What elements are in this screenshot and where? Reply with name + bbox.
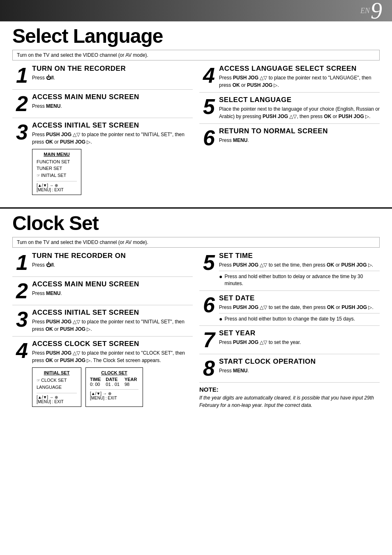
step-sl-4: 4 ACCESS LANGUAGE SELECT SCREEN Press PU… (199, 65, 380, 93)
step-content-6: RETURN TO NORMAL SCREEN Press MENU. (219, 127, 380, 144)
step-body-6: Press MENU. (219, 137, 380, 144)
step-content-2: ACCESS MAIN MENU SCREEN Press MENU. (32, 93, 193, 110)
clock-set-instruction: Turn on the TV and select the VIDEO chan… (12, 237, 380, 248)
cs-step-heading-4: ACCESS CLOCK SET SCREEN (32, 340, 193, 348)
page-header: EN 9 (0, 0, 392, 21)
step-heading-1: TURN ON THE RECORDER (32, 65, 193, 73)
cs-step-num-4: 4 (12, 340, 28, 361)
cs-step-content-4: ACCESS CLOCK SET SCREEN Press PUSH JOG △… (32, 340, 193, 407)
cs-step-num-3: 3 (12, 309, 28, 330)
step-body-2: Press MENU. (32, 102, 193, 110)
cs-step-num-1: 1 (12, 252, 28, 273)
step-heading-4: ACCESS LANGUAGE SELECT SCREEN (219, 65, 380, 73)
initial-nav: [▲/▼] → ⊕[MENU] : EXIT (37, 393, 77, 404)
step-heading-3: ACCESS INITIAL SET SCREEN (32, 121, 193, 130)
cs-step-content-7: SET YEAR Press PUSH JOG △▽ to set the ye… (219, 329, 380, 346)
step-number-3: 3 (12, 121, 28, 143)
step-sl-2: 2 ACCESS MAIN MENU SCREEN Press MENU. (12, 93, 193, 118)
date-col: DATE 01 . 01 (106, 377, 120, 387)
step-content-5: SELECT LANGUAGE Place the pointer next t… (219, 96, 380, 120)
step-body-4: Press PUSH JOG △▽ to place the pointer n… (219, 74, 380, 89)
page-number: 9 (371, 0, 382, 22)
cs-step-content-8: START CLOCK OPERATION Press MENU. (219, 358, 380, 374)
clock-set-steps: 1 TURN THE RECORDER ON Press ⏻/I. 2 ACCE… (12, 252, 380, 410)
time-label: TIME (90, 377, 101, 382)
main-menu-box: MAIN MENU FUNCTION SET TUNER SET INITIAL… (32, 149, 81, 195)
step-content-1: TURN ON THE RECORDER Press ⏻/I. (32, 65, 193, 81)
select-language-instruction: Turn on the TV and select the VIDEO chan… (12, 50, 380, 60)
cs-step-heading-8: START CLOCK OPERATION (219, 358, 380, 366)
cs-step-content-5: SET TIME Press PUSH JOG △▽ to set the ti… (219, 252, 380, 287)
step-sl-1: 1 TURN ON THE RECORDER Press ⏻/I. (12, 65, 193, 90)
time-value: 0: 00 (90, 382, 101, 387)
cs-step-body-1: Press ⏻/I. (32, 261, 193, 269)
select-language-steps: 1 TURN ON THE RECORDER Press ⏻/I. 2 ACCE… (12, 65, 380, 202)
initial-set-title: INITIAL SET (37, 370, 77, 375)
step-number-4: 4 (199, 65, 215, 86)
time-col: TIME 0: 00 (90, 377, 101, 387)
cs-step-body-5: Press PUSH JOG △▽ to set the time, then … (219, 261, 380, 269)
cs-step-content-2: ACCESS MAIN MENU SCREEN Press MENU. (32, 280, 193, 297)
step-sl-6: 6 RETURN TO NORMAL SCREEN Press MENU. (199, 127, 380, 152)
bullet-text-6: Press and hold either button to change t… (224, 316, 355, 323)
bullet-dot-6: ● (219, 316, 222, 323)
note-box: NOTE: If the year digits are automatical… (199, 386, 380, 409)
initial-set-menu-box: INITIAL SET CLOCK SET LANGUAGE [▲/▼] → ⊕… (32, 367, 81, 407)
cs-step-num-7: 7 (199, 329, 215, 351)
initial-clock-set-item: CLOCK SET (37, 377, 77, 384)
cs-step-content-1: TURN THE RECORDER ON Press ⏻/I. (32, 252, 193, 269)
step-heading-2: ACCESS MAIN MENU SCREEN (32, 93, 193, 101)
select-language-section: Select Language Turn on the TV and selec… (0, 21, 392, 209)
year-value: 98 (125, 382, 137, 387)
step-cs-2: 2 ACCESS MAIN MENU SCREEN Press MENU. (12, 280, 193, 305)
year-label: YEAR (125, 377, 137, 382)
step-cs-7: 7 SET YEAR Press PUSH JOG △▽ to set the … (199, 329, 380, 354)
clock-set-title: Clock Set (12, 213, 380, 235)
cs-step-body-7: Press PUSH JOG △▽ to set the year. (219, 339, 380, 346)
select-language-title: Select Language (12, 26, 380, 47)
step-sl-3: 3 ACCESS INITIAL SET SCREEN Press PUSH J… (12, 121, 193, 199)
initial-language-item: LANGUAGE (37, 384, 77, 391)
step-number-2: 2 (12, 93, 28, 114)
step-body-1: Press ⏻/I. (32, 74, 193, 81)
step-heading-5: SELECT LANGUAGE (219, 96, 380, 104)
cs-step-heading-3: ACCESS INITIAL SET SCREEN (32, 309, 193, 317)
menu-item-initial: INITIAL SET (37, 172, 77, 179)
cs-bullet-5: ● Press and hold either button to delay … (219, 271, 380, 287)
step-cs-8: 8 START CLOCK OPERATION Press MENU. (199, 358, 380, 383)
cs-step-heading-7: SET YEAR (219, 329, 380, 337)
clock-values-row: TIME 0: 00 DATE 01 . 01 YEAR 98 (90, 377, 138, 387)
bullet-text-5: Press and hold either button to delay or… (224, 273, 380, 287)
clock-set-menu-box: CLOCK SET TIME 0: 00 DATE 01 . 01 (85, 367, 143, 407)
cs-step-heading-5: SET TIME (219, 252, 380, 260)
menu-item-function: FUNCTION SET (37, 158, 77, 165)
step-content-4: ACCESS LANGUAGE SELECT SCREEN Press PUSH… (219, 65, 380, 89)
cs-step-content-6: SET DATE Press PUSH JOG △▽ to set the da… (219, 294, 380, 323)
clock-menu-boxes: INITIAL SET CLOCK SET LANGUAGE [▲/▼] → ⊕… (32, 367, 193, 407)
cs-step-num-2: 2 (12, 280, 28, 302)
cs-step-body-4: Press PUSH JOG △▽ to place the pointer n… (32, 349, 193, 364)
date-label: DATE (106, 377, 120, 382)
cs-step-heading-6: SET DATE (219, 294, 380, 302)
step-number-6: 6 (199, 127, 215, 149)
step-content-3: ACCESS INITIAL SET SCREEN Press PUSH JOG… (32, 121, 193, 195)
step-number-1: 1 (12, 65, 28, 86)
menu-item-tuner: TUNER SET (37, 165, 77, 172)
cs-step-body-3: Press PUSH JOG △▽ to place the pointer n… (32, 318, 193, 333)
date-value: 01 . 01 (106, 382, 120, 387)
step-number-5: 5 (199, 96, 215, 117)
step-body-3: Press PUSH JOG △▽ to place the pointer n… (32, 131, 193, 146)
step-sl-5: 5 SELECT LANGUAGE Place the pointer next… (199, 96, 380, 124)
clock-nav: [▲/▼] → ⊕[MENU] : EXIT (90, 389, 138, 400)
clock-steps-left: 1 TURN THE RECORDER ON Press ⏻/I. 2 ACCE… (12, 252, 193, 410)
cs-bullet-6: ● Press and hold either button to change… (219, 313, 380, 323)
step-cs-6: 6 SET DATE Press PUSH JOG △▽ to set the … (199, 294, 380, 326)
cs-step-content-3: ACCESS INITIAL SET SCREEN Press PUSH JOG… (32, 309, 193, 333)
cs-step-heading-2: ACCESS MAIN MENU SCREEN (32, 280, 193, 288)
note-body: If the year digits are automatically cle… (199, 394, 380, 409)
year-col: YEAR 98 (125, 377, 137, 387)
bullet-dot-5: ● (219, 273, 222, 280)
cs-step-body-6: Press PUSH JOG △▽ to set the date, then … (219, 304, 380, 311)
cs-step-num-5: 5 (199, 252, 215, 273)
steps-right-col: 4 ACCESS LANGUAGE SELECT SCREEN Press PU… (199, 65, 380, 202)
